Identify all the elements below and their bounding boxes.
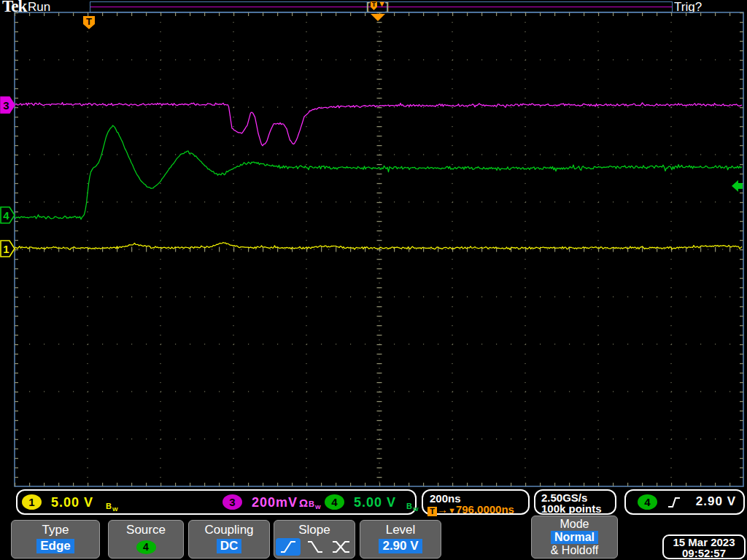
channel-marker-label: 3 bbox=[3, 99, 9, 112]
trigger-t-icon: T bbox=[427, 507, 437, 516]
ch3-badge[interactable]: 3 bbox=[222, 494, 242, 510]
time: 09:52:57 bbox=[664, 548, 744, 559]
menu-button-mode[interactable]: Mode Normal & Holdoff bbox=[531, 516, 618, 559]
channel-marker-3[interactable]: 3 bbox=[1, 97, 15, 113]
trigger-level-value: 2.90 V bbox=[696, 494, 736, 509]
waveform-ch1 bbox=[15, 243, 742, 250]
menu-button-type[interactable]: Type Edge bbox=[11, 520, 100, 559]
menu-button-coupling[interactable]: Coupling DC bbox=[188, 520, 270, 559]
waveform-traces bbox=[15, 103, 742, 250]
ch4-badge[interactable]: 4 bbox=[325, 494, 344, 510]
menu-title: Source bbox=[109, 523, 183, 537]
graticule: 341 T bbox=[0, 0, 747, 489]
channel-marker-label: 4 bbox=[3, 209, 9, 222]
menu-title: Type bbox=[12, 523, 99, 537]
trigger-source-badge[interactable]: 4 bbox=[638, 494, 657, 510]
expansion-point-triangle-icon[interactable] bbox=[371, 14, 385, 21]
ch3-scale: 200mV bbox=[252, 495, 298, 510]
menu-title: Level bbox=[360, 523, 441, 537]
date: 15 Mar 2023 bbox=[664, 537, 744, 548]
ohm-icon: Ω bbox=[299, 497, 309, 509]
menu-button-source[interactable]: Source 4 bbox=[108, 520, 184, 559]
menu-title: Slope bbox=[274, 523, 355, 537]
ch4-bandwidth-icon: BW bbox=[406, 497, 419, 513]
record-length: 100k points bbox=[541, 502, 602, 515]
ch1-badge[interactable]: 1 bbox=[22, 494, 42, 510]
trigger-level-arrow-icon[interactable] bbox=[732, 180, 743, 192]
level-value: 2.90 V bbox=[379, 539, 422, 553]
timebase-readout[interactable]: 200ns T→▼796.0000ns bbox=[422, 489, 530, 515]
coupling-value: DC bbox=[217, 539, 242, 553]
triangle-icon: ▼ bbox=[448, 506, 456, 515]
mode-value: Normal bbox=[551, 531, 598, 544]
slope-falling-icon[interactable] bbox=[306, 539, 325, 555]
trigger-slope-icon bbox=[667, 496, 681, 509]
ch4-scale: 5.00 V bbox=[354, 495, 396, 510]
grid-lines bbox=[15, 12, 743, 486]
waveform-ch4 bbox=[15, 125, 742, 219]
slope-either-icon[interactable] bbox=[331, 539, 352, 555]
trigger-delay-readout: T→▼796.0000ns bbox=[427, 503, 514, 516]
channel-marker-label: 1 bbox=[3, 243, 9, 255]
channel-readout-bar[interactable]: 1 5.00 V BW 3 200mV ΩBW 4 5.00 V BW bbox=[16, 489, 417, 515]
menu-title: Mode bbox=[532, 518, 617, 531]
trigger-position-flag[interactable]: T bbox=[83, 16, 95, 29]
source-channel-badge: 4 bbox=[136, 540, 156, 554]
ch1-bandwidth-icon: BW bbox=[106, 497, 119, 513]
ch1-scale: 5.00 V bbox=[51, 495, 93, 510]
menu-button-level[interactable]: Level 2.90 V bbox=[360, 520, 441, 559]
menu-button-slope[interactable]: Slope bbox=[274, 520, 355, 559]
waveform-ch3 bbox=[15, 103, 742, 146]
mode-suffix: & Holdoff bbox=[532, 544, 617, 557]
datetime-display: 15 Mar 2023 09:52:57 bbox=[662, 534, 746, 559]
acquisition-readout[interactable]: 2.50GS/s 100k points bbox=[534, 489, 616, 515]
trigger-readout[interactable]: 4 2.90 V bbox=[624, 489, 745, 515]
trigger-position-flag-label: T bbox=[86, 16, 92, 27]
arrow-icon: → bbox=[437, 503, 448, 516]
ch3-impedance-bandwidth: ΩBW bbox=[299, 497, 322, 510]
type-value: Edge bbox=[36, 539, 74, 553]
channel-marker-1[interactable]: 1 bbox=[1, 241, 15, 257]
menu-title: Coupling bbox=[189, 523, 269, 537]
slope-rising-icon[interactable] bbox=[276, 538, 301, 556]
channel-marker-4[interactable]: 4 bbox=[1, 207, 15, 223]
